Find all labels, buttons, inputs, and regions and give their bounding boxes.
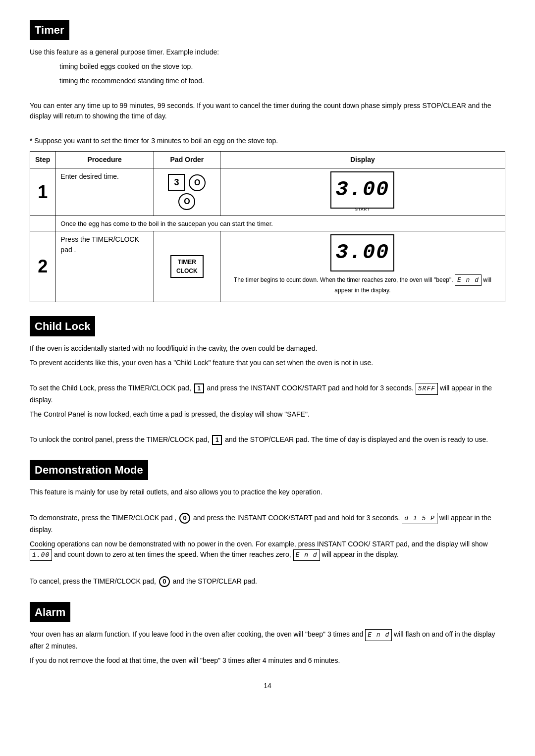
lcd-300-step2: 3.00 bbox=[330, 234, 394, 271]
col-padorder: Pad Order bbox=[154, 152, 220, 168]
alarm-para1: Your oven has an alarm function. If you … bbox=[30, 629, 505, 651]
step2-display: 3.00 The timer begins to count down. Whe… bbox=[220, 231, 505, 302]
child-lock-para5: To unlock the control panel, press the T… bbox=[30, 434, 505, 446]
start-label: START bbox=[225, 207, 500, 213]
key-0-cancel: 0 bbox=[159, 576, 170, 587]
table-row: 1 Enter desired time. 3 O O 3.00 START bbox=[30, 168, 505, 216]
timer-clock-button: TIMER CLOCK bbox=[170, 255, 204, 278]
demonstration-title: Demonstration Mode bbox=[30, 460, 148, 480]
timer-section: Timer Use this feature as a general purp… bbox=[30, 20, 505, 302]
child-lock-para3: To set the Child Lock, press the TIMER/C… bbox=[30, 382, 505, 405]
alarm-title: Alarm bbox=[30, 602, 70, 622]
key-1-childlock: 1 bbox=[194, 383, 204, 393]
key-0a: O bbox=[189, 174, 206, 191]
safe-display: 5RFF bbox=[416, 383, 438, 395]
key-0b: O bbox=[178, 193, 195, 210]
step-number-1: 1 bbox=[30, 168, 55, 216]
child-lock-section: Child Lock If the oven is accidentally s… bbox=[30, 316, 505, 446]
clock-label: CLOCK bbox=[176, 267, 198, 275]
timer-table: Step Procedure Pad Order Display 1 Enter… bbox=[30, 151, 505, 302]
step2-desc: The timer begins to count down. When the… bbox=[225, 274, 500, 295]
child-lock-para1: If the oven is accidentally started with… bbox=[30, 343, 505, 354]
demo-para4: To cancel, press the TIMER/CLOCK pad, 0 … bbox=[30, 575, 505, 588]
end-display-alarm: E n d bbox=[365, 629, 392, 641]
timer-title: Timer bbox=[30, 20, 69, 40]
step1-pad-order: 3 O O bbox=[154, 168, 220, 216]
timer-intro1: Use this feature as a general purpose ti… bbox=[30, 47, 505, 57]
step2-pad-order: TIMER CLOCK bbox=[154, 231, 220, 302]
key-0-demo: 0 bbox=[179, 513, 190, 524]
table-separator-row: Once the egg has come to the boil in the… bbox=[30, 216, 505, 231]
step1-procedure: Enter desired time. bbox=[55, 168, 154, 216]
page-number: 14 bbox=[30, 681, 505, 691]
lcd-300: 3.00 bbox=[330, 171, 394, 209]
separator-empty bbox=[30, 216, 55, 231]
end-display-demo: E n d bbox=[293, 549, 320, 561]
100-display: 1.00 bbox=[30, 549, 52, 561]
key-3: 3 bbox=[168, 174, 185, 191]
child-lock-para4: The Control Panel is now locked, each ti… bbox=[30, 409, 505, 420]
step-number-2: 2 bbox=[30, 231, 55, 302]
demo-para1: This feature is mainly for use by retail… bbox=[30, 487, 505, 497]
child-lock-para2: To prevent accidents like this, your ove… bbox=[30, 358, 505, 368]
step1-display: 3.00 START bbox=[220, 168, 505, 216]
alarm-section: Alarm Your oven has an alarm function. I… bbox=[30, 602, 505, 666]
d15p-display: d 1 5 P bbox=[402, 513, 437, 525]
alarm-para2: If you do not remove the food at that ti… bbox=[30, 655, 505, 666]
step1-lcd: 3.00 START bbox=[225, 171, 500, 213]
separator-text: Once the egg has come to the boil in the… bbox=[55, 216, 505, 231]
col-step: Step bbox=[30, 152, 55, 168]
step2-procedure: Press the TIMER/CLOCK pad . bbox=[55, 231, 154, 302]
child-lock-title: Child Lock bbox=[30, 316, 95, 336]
demonstration-section: Demonstration Mode This feature is mainl… bbox=[30, 460, 505, 589]
timer-para1: You can enter any time up to 99 minutes,… bbox=[30, 101, 505, 121]
timer-note: * Suppose you want to set the timer for … bbox=[30, 136, 505, 146]
demo-para3: Cooking operations can now be demonstrat… bbox=[30, 539, 505, 561]
timer-bullet2: timing the recommended standing time of … bbox=[59, 76, 505, 86]
col-procedure: Procedure bbox=[55, 152, 154, 168]
col-display: Display bbox=[220, 152, 505, 168]
end-display-inline: E n d bbox=[455, 274, 482, 286]
demo-para2: To demonstrate, press the TIMER/CLOCK pa… bbox=[30, 512, 505, 535]
timer-label: TIMER bbox=[176, 258, 198, 267]
table-row-2: 2 Press the TIMER/CLOCK pad . TIMER CLOC… bbox=[30, 231, 505, 302]
timer-bullet1: timing boiled eggs cooked on the stove t… bbox=[59, 61, 505, 72]
key-1-unlock: 1 bbox=[212, 435, 222, 445]
